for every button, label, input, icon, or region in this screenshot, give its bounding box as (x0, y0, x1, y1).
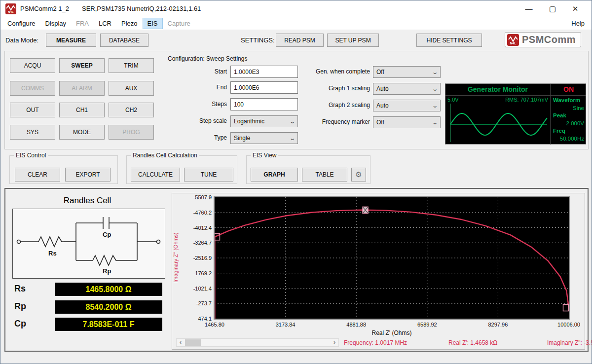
nyquist-plot[interactable] (214, 196, 570, 320)
tune-button[interactable]: TUNE (184, 168, 233, 182)
menu-lcr[interactable]: LCR (94, 18, 116, 29)
type-label: Type (168, 134, 227, 141)
start-label: Start (168, 68, 227, 75)
close-button[interactable]: ✕ (564, 0, 587, 17)
generator-rms: RMS: 707.107mV (505, 97, 548, 103)
minimize-button[interactable]: — (518, 0, 540, 17)
step-scale-label: Step scale (168, 117, 227, 124)
psm-ch2-button[interactable]: CH2 (109, 103, 154, 117)
psm-sweep-button[interactable]: SWEEP (59, 58, 105, 73)
gen-when-complete-select[interactable]: Off ⌄ (373, 66, 441, 78)
database-button[interactable]: DATABASE (100, 34, 148, 47)
step-scale-select[interactable]: Logarithmic ⌄ (230, 115, 298, 127)
scrollbar-thumb[interactable] (185, 339, 201, 346)
gen-when-complete-value: Off (376, 69, 384, 75)
x-axis-label: Real Z' (Ohms) (214, 329, 570, 336)
export-button[interactable]: EXPORT (65, 168, 111, 182)
y-tick: -2516.9 (178, 255, 212, 261)
frequency-marker-select[interactable]: Off ⌄ (373, 116, 441, 128)
randles-cell-title: Randles Cell (5, 196, 169, 206)
app-icon: N4L (5, 3, 16, 14)
randles-calc-group: Randles Cell Calculation CALCULATE TUNE (126, 155, 237, 184)
steps-input[interactable] (230, 98, 298, 110)
rp-param-row: Rp 8540.2000 Ω (5, 300, 169, 314)
calculate-button[interactable]: CALCULATE (131, 168, 180, 182)
eis-control-title: EIS Control (14, 152, 48, 159)
gear-icon[interactable]: ⚙ (351, 168, 366, 182)
scroll-right-icon[interactable]: › (331, 339, 338, 346)
svg-text:N4L: N4L (8, 10, 14, 13)
logo-text: PSMComm (522, 34, 576, 45)
cp-value: 7.8583E-011 F (55, 318, 162, 331)
psm-sys-button[interactable]: SYS (10, 125, 55, 140)
rs-label: Rs (14, 284, 26, 294)
generator-status-badge: ON (550, 84, 587, 95)
frequency-readout: Frequency: 1.0017 MHz (344, 339, 407, 346)
end-input[interactable] (230, 81, 298, 94)
psm-trim-button[interactable]: TRIM (109, 58, 154, 73)
start-input[interactable] (230, 66, 298, 78)
y-tick: -273.7 (178, 300, 212, 306)
rp-value: 8540.2000 Ω (55, 300, 162, 314)
rs-value: 1465.8000 Ω (55, 283, 162, 296)
graph2-scaling-label: Graph 2 scaling (311, 102, 370, 109)
graph1-scaling-value: Auto (376, 85, 389, 92)
type-select[interactable]: Single ⌄ (230, 132, 298, 144)
chevron-down-icon: ⌄ (289, 135, 296, 142)
x-tick: 6589.92 (407, 322, 447, 328)
set-up-psm-button[interactable]: SET UP PSM (327, 34, 379, 47)
clear-button[interactable]: CLEAR (15, 168, 60, 182)
generator-range: 5.0V (447, 97, 459, 103)
generator-info: Waveform Sine Peak 2.000V Freq 50.000Hz (550, 96, 587, 145)
freq-label: Freq (553, 127, 584, 135)
menu-piezo[interactable]: Piezo (116, 18, 143, 29)
x-tick: 3173.84 (266, 322, 305, 328)
rp-label: Rp (14, 301, 26, 312)
frequency-marker-value: Off (376, 119, 384, 126)
data-mode-label: Data Mode: (5, 36, 38, 44)
measure-button[interactable]: MEASURE (46, 34, 96, 47)
cp-param-row: Cp 7.8583E-011 F (5, 318, 169, 331)
freq-value: 50.000Hz (553, 135, 584, 143)
chevron-down-icon: ⌄ (432, 119, 438, 126)
psm-acqu-button[interactable]: ACQU (10, 58, 55, 73)
eis-control-group: EIS Control CLEAR EXPORT (9, 155, 118, 184)
chevron-down-icon: ⌄ (289, 118, 296, 125)
real-z-readout: Real Z': 1.4658 kΩ (448, 339, 497, 346)
psm-mode-button[interactable]: MODE (59, 125, 105, 140)
menu-display[interactable]: Display (40, 18, 71, 29)
graph1-scaling-select[interactable]: Auto ⌄ (373, 83, 441, 95)
settings-panel: ACQU SWEEP TRIM COMMS ALARM AUX OUT CH1 … (4, 51, 589, 149)
y-tick: 474.1 (178, 316, 212, 322)
randles-circuit-diagram: Rs Cp Rp (12, 209, 165, 279)
menu-help[interactable]: Help (567, 17, 589, 30)
generator-waveform-scope: 5.0V RMS: 707.107mV (445, 96, 550, 145)
end-label: End (168, 84, 227, 91)
maximize-button[interactable]: ▢ (541, 0, 564, 17)
settings-label: SETTINGS: (241, 36, 275, 44)
scroll-left-icon[interactable]: ‹ (177, 339, 185, 346)
peak-value: 2.000V (553, 120, 584, 128)
window-title: PSMComm2 1_2SER,PSM1735 NumetriQ,212-021… (20, 0, 201, 17)
psm-out-button[interactable]: OUT (10, 103, 55, 117)
graph2-scaling-select[interactable]: Auto ⌄ (373, 100, 441, 111)
psm-alarm-button: ALARM (59, 81, 105, 96)
read-psm-button[interactable]: READ PSM (276, 34, 324, 47)
steps-label: Steps (168, 101, 227, 108)
hide-settings-button[interactable]: HIDE SETTINGS (416, 34, 482, 47)
chevron-down-icon: ⌄ (432, 86, 438, 92)
graph-scrollbar[interactable]: ‹ › (176, 338, 339, 347)
psmcomm-logo: N4L PSMComm (505, 32, 581, 47)
graph-view-button[interactable]: GRAPH (251, 168, 298, 182)
menu-eis[interactable]: EIS (143, 18, 163, 29)
menu-configure[interactable]: Configure (2, 18, 40, 29)
generator-monitor: Generator Monitor ON 5.0V RMS: 707.107mV… (445, 83, 586, 145)
psm-aux-button[interactable]: AUX (109, 81, 154, 96)
circuit-rp-label: Rp (103, 267, 111, 275)
chevron-down-icon: ⌄ (432, 69, 438, 75)
table-view-button[interactable]: TABLE (302, 168, 347, 182)
waveform-value: Sine (553, 105, 584, 112)
psm-ch1-button[interactable]: CH1 (59, 103, 105, 117)
gen-when-complete-label: Gen. when complete (311, 68, 370, 75)
chevron-down-icon: ⌄ (432, 103, 438, 109)
